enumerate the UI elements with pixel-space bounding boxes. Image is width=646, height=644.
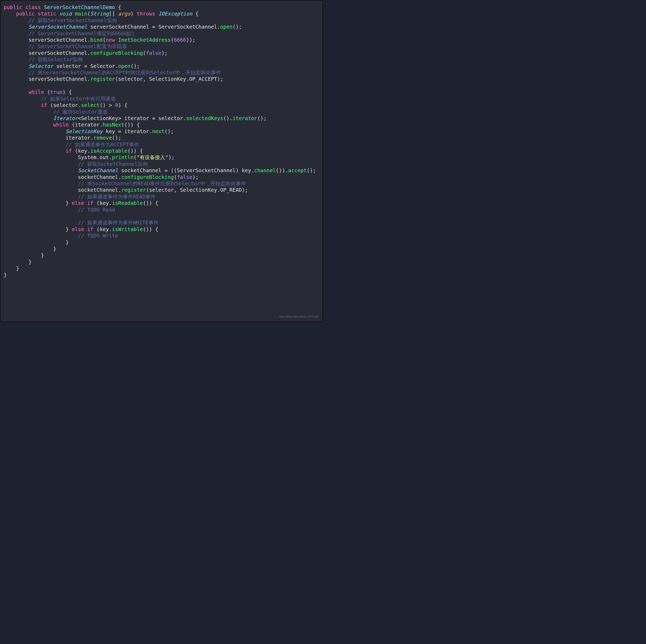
- txt: socketChannel.: [78, 187, 121, 193]
- txt: ();: [165, 128, 174, 135]
- kw: else: [72, 200, 84, 206]
- txt: serverSocketChannel.: [28, 76, 90, 82]
- param: args: [118, 11, 131, 17]
- num: 6666: [174, 37, 186, 43]
- brace: }: [28, 259, 31, 265]
- txt: () >: [100, 102, 115, 108]
- comment: // 获取Selector实例: [28, 56, 83, 62]
- comment: // 获取ServerSocketChannel实例: [28, 17, 117, 23]
- fn: remove: [93, 135, 112, 141]
- type: ServerSocketChannelDemo: [44, 4, 115, 10]
- txt: );: [168, 154, 175, 160]
- type: void: [60, 11, 72, 17]
- txt: }: [66, 200, 72, 206]
- fn: isWritable: [112, 226, 143, 232]
- kw: if: [87, 200, 93, 206]
- txt: (key.: [97, 226, 112, 232]
- fn: println: [112, 154, 133, 160]
- type: SocketChannel: [78, 167, 118, 173]
- kw: static: [38, 11, 56, 17]
- kw: while: [53, 122, 69, 128]
- fn: register: [121, 187, 146, 193]
- txt: serverSocketChannel.: [28, 50, 90, 56]
- kw: if: [66, 148, 72, 154]
- code-frame: public class ServerSocketChannelDemo { p…: [0, 0, 323, 322]
- comment: // 如果通道事件为ACCEPT事件: [66, 141, 139, 148]
- txt: ) {: [63, 89, 72, 95]
- comment: // 如果通道事件为事件WRITE事件: [78, 220, 158, 226]
- txt: (selector, SelectionKey.OP_ACCEPT);: [115, 76, 223, 82]
- txt: <SelectionKey> iterator = selector.: [78, 115, 186, 121]
- txt: ));: [186, 37, 196, 43]
- kw: public: [4, 4, 22, 10]
- txt: ()) {: [143, 226, 158, 232]
- fn: open: [220, 24, 232, 30]
- type: ServerSocketChannel: [28, 24, 87, 30]
- txt: ()).: [276, 167, 288, 173]
- comment: // 将SocketChannel的READ事件注册到Selector中，开始监…: [78, 180, 246, 187]
- txt: serverSocketChannel = ServerSocketChanne…: [90, 24, 220, 30]
- brace: }: [16, 265, 19, 271]
- kw: public: [16, 11, 34, 17]
- fn: iterator: [232, 115, 257, 121]
- brace: }: [41, 252, 44, 258]
- txt: (selector, SelectionKey.OP_READ);: [146, 187, 248, 193]
- comment: // ServerSocketChannel配置为非阻塞: [28, 43, 127, 49]
- txt: (: [133, 154, 137, 160]
- str: "有设备接入": [137, 154, 168, 160]
- txt: System.out.: [78, 154, 112, 160]
- bool: false: [146, 50, 162, 56]
- brace: }: [53, 246, 57, 252]
- txt: (key.: [75, 148, 91, 154]
- type: String: [91, 11, 109, 17]
- txt: (: [174, 174, 177, 180]
- kw: new: [106, 37, 115, 43]
- fn: accept: [288, 167, 307, 173]
- txt: (key.: [97, 200, 112, 206]
- comment: // ServerSocketChannel绑定到6666端口: [28, 30, 134, 37]
- txt: ();: [307, 167, 316, 173]
- comment: // 如果通道事件为事件READ事件: [78, 194, 155, 200]
- txt: iterator.: [66, 135, 93, 141]
- txt: socketChannel.: [78, 174, 121, 180]
- kw: throws: [137, 11, 155, 17]
- txt: serverSocketChannel.: [28, 37, 90, 43]
- comment: // TODO Write: [78, 233, 118, 239]
- fn: selectedKeys: [186, 115, 223, 121]
- comment: // TODO Read: [78, 207, 115, 213]
- type: IOException: [158, 11, 192, 17]
- txt: );: [192, 174, 199, 180]
- code-block: public class ServerSocketChannelDemo { p…: [4, 4, 319, 278]
- comment: // 如果Selector中有可用通道: [41, 96, 116, 102]
- txt: ()) {: [124, 122, 140, 128]
- comment: // 将ServerSocketChannel的ACCEPT时间注册到Selec…: [28, 70, 221, 76]
- bool: false: [177, 174, 192, 180]
- fn: channel: [254, 167, 276, 173]
- txt: selector = Selector.: [56, 63, 118, 69]
- fn: bind: [90, 37, 103, 43]
- fn: configureBlocking: [90, 50, 143, 56]
- brace: }: [66, 239, 69, 246]
- bool: true: [50, 89, 62, 95]
- txt: ()) {: [127, 148, 143, 154]
- comment: // 遍历Selector通道: [53, 109, 108, 115]
- txt: ();: [112, 135, 121, 141]
- brace: }: [4, 272, 7, 278]
- num: 0: [115, 102, 118, 108]
- txt: (selector.: [50, 102, 81, 108]
- txt: (iterator.: [72, 122, 103, 128]
- kw: if: [87, 226, 93, 232]
- txt: }: [66, 226, 72, 232]
- txt: ) {: [118, 102, 127, 108]
- kw: if: [41, 102, 47, 108]
- txt: );: [162, 50, 168, 56]
- txt: socketChannel = ((ServerSocketChannel) k…: [121, 167, 254, 173]
- kw: while: [28, 89, 44, 95]
- fn: select: [81, 102, 100, 108]
- type: Selector: [28, 63, 53, 69]
- fn: open: [118, 63, 130, 69]
- txt: key = iterator.: [106, 128, 152, 135]
- kw: class: [25, 4, 41, 10]
- txt: (: [143, 50, 146, 56]
- fn: isAcceptable: [90, 148, 127, 154]
